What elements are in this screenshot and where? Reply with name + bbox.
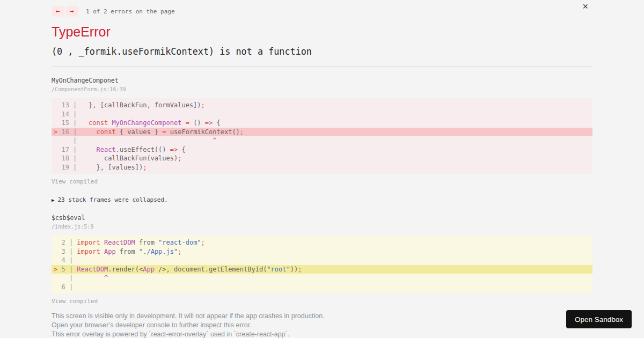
view-compiled-link-1[interactable]: View compiled bbox=[52, 178, 98, 186]
footer-line-1: This screen is visible only in developme… bbox=[52, 312, 592, 321]
collapsed-frames-toggle[interactable]: ▶23 stack frames were collapsed. bbox=[52, 196, 592, 204]
view-compiled-link-2[interactable]: View compiled bbox=[52, 298, 98, 305]
frame-function-name: MyOnChangeComponet bbox=[52, 77, 592, 85]
next-error-button[interactable]: → bbox=[65, 6, 78, 17]
error-type-title: TypeError bbox=[52, 24, 592, 40]
error-message: (0 , _formik.useFormikContext) is not a … bbox=[52, 47, 592, 56]
frame-file-location: /index.js:5:9 bbox=[52, 223, 592, 230]
stack-frame-eval: $csb$eval /index.js:5:9 2 | import React… bbox=[52, 214, 592, 305]
arrow-right-icon: → bbox=[70, 7, 74, 15]
footer-line-3: This error overlay is powered by `react-… bbox=[52, 330, 592, 338]
code-frame-eval: 2 | import ReactDOM from "react-dom"; 3 … bbox=[52, 236, 592, 293]
divider bbox=[52, 66, 592, 67]
stack-frame-source: MyOnChangeComponet /ComponentForm.js:16:… bbox=[52, 77, 592, 186]
close-icon[interactable]: × bbox=[582, 2, 588, 11]
error-counter: 1 of 2 errors on the page bbox=[86, 8, 175, 15]
triangle-right-icon: ▶ bbox=[52, 197, 54, 203]
collapsed-frames-label: 23 stack frames were collapsed. bbox=[57, 196, 167, 203]
error-nav-bar: ← → 1 of 2 errors on the page × bbox=[52, 0, 592, 17]
code-frame-source: 13 | }, [callBackFun, formValues]); 14 |… bbox=[52, 98, 592, 174]
frame-function-name: $csb$eval bbox=[52, 214, 592, 222]
dev-note-footer: This screen is visible only in developme… bbox=[52, 312, 592, 338]
arrow-left-icon: ← bbox=[56, 7, 60, 15]
open-sandbox-button[interactable]: Open Sandbox bbox=[566, 310, 632, 328]
footer-line-2: Open your browser’s developer console to… bbox=[52, 321, 592, 330]
error-overlay: ← → 1 of 2 errors on the page × TypeErro… bbox=[52, 0, 592, 338]
prev-error-button[interactable]: ← bbox=[52, 6, 64, 17]
frame-file-location: /ComponentForm.js:16:39 bbox=[52, 86, 592, 93]
